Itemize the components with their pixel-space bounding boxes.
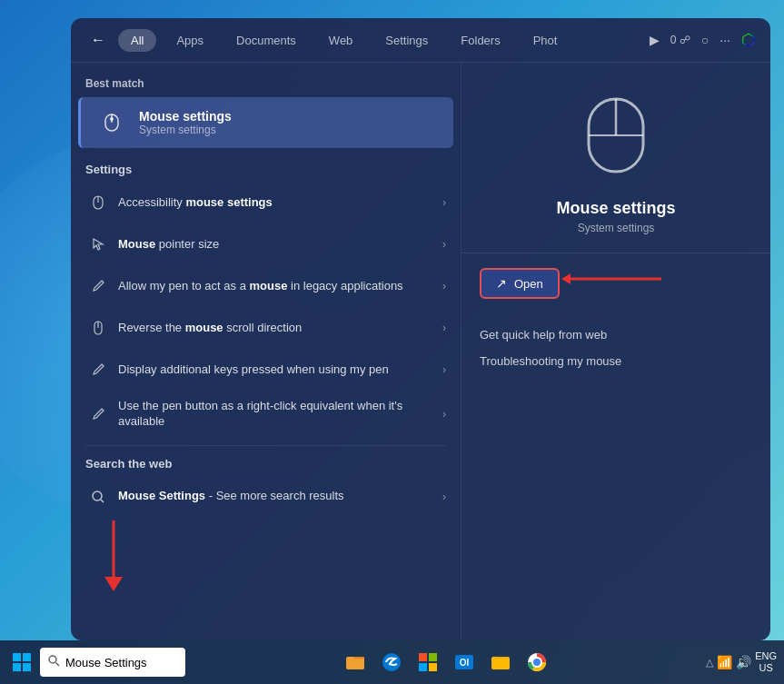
red-arrow-annotation xyxy=(561,261,670,297)
svg-rect-14 xyxy=(13,653,21,661)
pointer-icon xyxy=(85,232,111,257)
best-match-label: Best match xyxy=(71,77,461,97)
locale-display: ENG xyxy=(755,650,777,662)
nav-tab-settings[interactable]: Settings xyxy=(372,29,441,52)
right-title: Mouse settings xyxy=(556,199,675,218)
right-panel: Mouse settings System settings ↗ Open xyxy=(461,63,770,640)
svg-rect-23 xyxy=(429,653,437,661)
taskbar-search-box[interactable]: Mouse Settings xyxy=(40,648,185,677)
list-item-accessibility-mouse[interactable]: Accessibility mouse settings › xyxy=(71,182,461,223)
locale-region: US xyxy=(755,662,777,674)
list-item-pen-right-click-text: Use the pen button as a right-click equi… xyxy=(111,399,442,430)
pen2-icon xyxy=(85,357,111,382)
taskbar-left: Mouse Settings xyxy=(7,648,185,677)
chevron-icon: › xyxy=(442,491,446,503)
windows-start-button[interactable] xyxy=(7,648,36,677)
nav-tab-web[interactable]: Web xyxy=(316,29,366,52)
svg-marker-13 xyxy=(561,273,571,284)
more-icon[interactable]: ··· xyxy=(719,33,730,47)
pen3-icon xyxy=(85,401,111,427)
taskbar-search-text: Mouse Settings xyxy=(65,656,147,669)
search-content: Best match Mouse settings System setting… xyxy=(71,63,770,640)
chevron-icon: › xyxy=(442,238,446,251)
list-item-pen-mouse[interactable]: Allow my pen to act as a mouse in legacy… xyxy=(71,265,461,307)
svg-rect-15 xyxy=(23,653,31,661)
chrome-icon[interactable] xyxy=(522,648,551,677)
best-match-item[interactable]: Mouse settings System settings xyxy=(78,97,453,148)
chevron-icon: › xyxy=(442,280,446,292)
list-item-mouse-pointer-size-text: Mouse pointer size xyxy=(111,237,442,253)
nav-tab-folders[interactable]: Folders xyxy=(448,29,512,52)
best-match-text: Mouse settings System settings xyxy=(139,109,232,136)
list-item-additional-keys[interactable]: Display additional keys pressed when usi… xyxy=(71,349,461,391)
red-arrow-bottom xyxy=(95,520,132,593)
nav-back-button[interactable]: ← xyxy=(85,27,111,53)
svg-point-18 xyxy=(49,656,56,663)
search-circle-icon[interactable]: ○ xyxy=(701,33,709,47)
right-actions: ↗ Open Get quick help from web Troublesh… xyxy=(461,253,770,388)
wifi-icon[interactable]: 📶 xyxy=(717,655,732,669)
svg-line-8 xyxy=(101,500,104,502)
mouse-icon xyxy=(85,190,111,215)
colorful-icon[interactable]: ⬡ xyxy=(741,30,756,50)
nav-tab-documents[interactable]: Documents xyxy=(223,29,309,52)
svg-rect-16 xyxy=(13,663,21,671)
chat-icon[interactable]: 0 ☍ xyxy=(670,34,690,46)
search-icon xyxy=(85,484,111,510)
nav-tab-apps[interactable]: Apps xyxy=(164,29,216,52)
svg-rect-25 xyxy=(429,663,437,671)
svg-rect-20 xyxy=(346,657,364,669)
svg-line-19 xyxy=(56,663,60,667)
search-web-label: Search the web xyxy=(71,453,461,476)
edge-icon[interactable] xyxy=(377,648,406,677)
clock-display[interactable]: ENG US xyxy=(755,650,777,674)
svg-marker-32 xyxy=(104,577,123,591)
taskbar-center-icons: Ol xyxy=(341,648,551,677)
chevron-icon: › xyxy=(442,196,446,209)
best-match-icon xyxy=(95,106,128,139)
settings-section-label: Settings xyxy=(71,159,461,182)
list-item-additional-keys-text: Display additional keys pressed when usi… xyxy=(111,362,442,378)
volume-icon[interactable]: 🔊 xyxy=(736,655,751,669)
list-item-accessibility-mouse-text: Accessibility mouse settings xyxy=(111,195,442,211)
chevron-icon: › xyxy=(442,363,446,376)
svg-rect-22 xyxy=(419,653,427,661)
svg-rect-17 xyxy=(23,663,31,671)
system-tray-arrow[interactable]: △ xyxy=(706,657,713,669)
open-external-icon: ↗ xyxy=(496,276,507,291)
list-item-pen-right-click[interactable]: Use the pen button as a right-click equi… xyxy=(71,391,461,438)
svg-point-2 xyxy=(110,117,114,121)
action-link-troubleshoot[interactable]: Troubleshooting my mouse xyxy=(480,349,752,373)
play-icon[interactable]: ▶ xyxy=(650,33,660,47)
open-button-label: Open xyxy=(514,277,543,291)
list-item-scroll-direction-text: Reverse the mouse scroll direction xyxy=(111,321,442,336)
taskbar: Mouse Settings xyxy=(0,640,784,684)
search-nav: ← All Apps Documents Web Settings Folder… xyxy=(71,18,770,63)
folder-icon[interactable] xyxy=(486,648,515,677)
nav-tab-all[interactable]: All xyxy=(118,29,156,52)
action-link-quick-help[interactable]: Get quick help from web xyxy=(480,322,752,347)
svg-point-7 xyxy=(93,491,102,501)
search-popup: ← All Apps Documents Web Settings Folder… xyxy=(71,18,770,640)
mouse-icon-large xyxy=(580,90,652,184)
list-item-mouse-pointer-size[interactable]: Mouse pointer size › xyxy=(71,223,461,265)
open-button[interactable]: ↗ Open xyxy=(480,268,560,299)
best-match-title: Mouse settings xyxy=(139,109,232,124)
nav-tab-photos[interactable]: Phot xyxy=(521,29,571,52)
taskbar-system-tray: △ 📶 🔊 ENG US xyxy=(706,650,777,674)
store-icon[interactable] xyxy=(413,648,442,677)
outlook-icon[interactable]: Ol xyxy=(450,648,479,677)
best-match-subtitle: System settings xyxy=(139,124,232,136)
list-item-web-search[interactable]: Mouse Settings - See more search results… xyxy=(71,476,461,518)
pen-icon xyxy=(85,273,111,299)
file-explorer-icon[interactable] xyxy=(341,648,370,677)
scroll-icon xyxy=(85,315,111,341)
svg-rect-24 xyxy=(419,663,427,671)
svg-text:Ol: Ol xyxy=(459,658,469,668)
nav-icons: ▶ 0 ☍ ○ ··· ⬡ xyxy=(650,30,756,50)
svg-rect-28 xyxy=(491,657,510,669)
list-item-pen-mouse-text: Allow my pen to act as a mouse in legacy… xyxy=(111,279,442,294)
list-item-scroll-direction[interactable]: Reverse the mouse scroll direction › xyxy=(71,307,461,349)
right-subtitle: System settings xyxy=(578,222,655,234)
taskbar-search-icon-small xyxy=(47,654,60,670)
